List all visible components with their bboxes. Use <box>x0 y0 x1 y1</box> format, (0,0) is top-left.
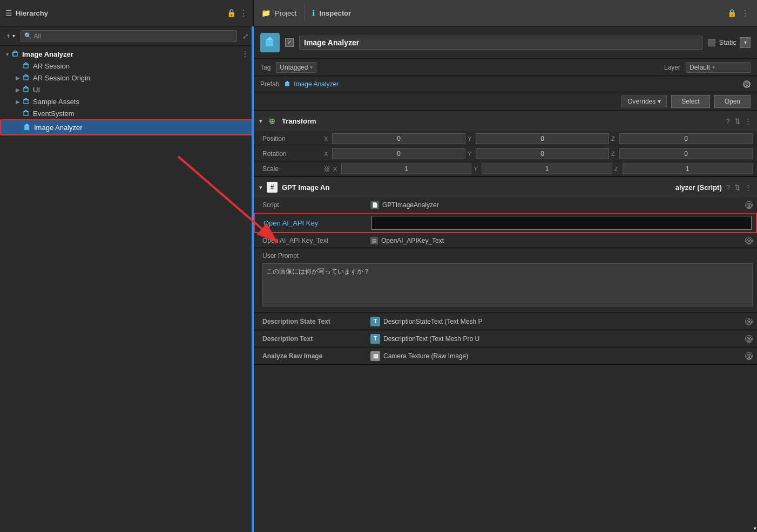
project-tab-label: Project <box>275 9 296 17</box>
scale-y-input[interactable] <box>482 163 612 174</box>
tree-item-ar-session-origin[interactable]: ▶ AR Session Origin <box>0 72 253 84</box>
image-analyzer-label: Image Analyzer <box>34 124 83 132</box>
select-button[interactable]: Select <box>671 95 709 108</box>
gameobject-icon: ▾ <box>260 33 280 52</box>
pos-x-input[interactable] <box>332 133 465 144</box>
inspector-more-icon[interactable]: ⋮ <box>741 8 749 18</box>
ui-icon <box>22 85 30 94</box>
svg-rect-0 <box>13 52 17 56</box>
tag-dropdown[interactable]: Untagged ▾ <box>276 62 316 73</box>
analyze-row: Analyze Raw Image ▤ Camera Texture (Raw … <box>254 347 757 365</box>
rot-x-input[interactable] <box>332 148 465 159</box>
transform-settings-icon[interactable]: ⇅ <box>734 117 740 125</box>
static-section: Static ▾ <box>708 37 751 48</box>
scale-z-input[interactable] <box>623 163 753 174</box>
script-select-icon[interactable]: ◎ <box>745 201 753 209</box>
script-value-text: GPTImageAnalyzer <box>382 201 439 209</box>
api-key-row: Open AI_API Key <box>254 213 757 233</box>
ar-origin-expand[interactable]: ▶ <box>14 74 22 81</box>
svg-marker-1 <box>13 51 17 52</box>
script-component-header[interactable]: ▾ # GPT Image An alyzer (Script) ? ⇅ ⋮ <box>254 177 757 197</box>
sample-label: Sample Assets <box>33 98 79 106</box>
prefab-value-text: Image Analyzer <box>294 80 339 88</box>
rot-z-input[interactable] <box>619 148 753 159</box>
script-more-icon[interactable]: ⋮ <box>745 183 752 192</box>
search-box[interactable]: 🔍 All <box>21 30 237 42</box>
svg-rect-21 <box>285 83 289 86</box>
tree-item-eventsystem[interactable]: EventSystem <box>0 107 253 119</box>
static-dropdown[interactable]: ▾ <box>740 37 751 48</box>
hierarchy-panel: + ▾ 🔍 All ⤢ ▾ Image An <box>0 26 254 532</box>
hierarchy-tab[interactable]: ☰ Hierarchy 🔒 ⋮ <box>0 0 254 26</box>
event-expand <box>14 110 22 117</box>
layer-dropdown[interactable]: Default ▾ <box>686 62 751 73</box>
inspector-tab[interactable]: 📁 Project ℹ Inspector 🔒 ⋮ <box>254 0 757 26</box>
rotation-values: X Y Z <box>324 146 757 161</box>
svg-rect-18 <box>266 40 273 46</box>
ar-session-expand <box>14 62 22 70</box>
transform-header[interactable]: ▾ ⊕ Transform ? ⇅ ⋮ <box>254 111 757 131</box>
static-checkbox[interactable] <box>708 39 715 46</box>
user-prompt-label: User Prompt <box>262 252 370 260</box>
svg-marker-10 <box>24 98 28 100</box>
transform-more-icon[interactable]: ⋮ <box>745 117 752 125</box>
gameobject-name-input[interactable] <box>299 36 702 50</box>
root-cube-icon <box>11 50 19 58</box>
tree-item-root[interactable]: ▾ Image Analyzer ⋮ <box>0 48 253 60</box>
root-more-icon[interactable]: ⋮ <box>241 50 249 58</box>
analyze-select-icon[interactable]: ◎ <box>745 352 753 360</box>
rot-z-label: Z <box>611 151 618 157</box>
svg-marker-12 <box>24 110 28 112</box>
tree-item-image-analyzer[interactable]: Image Analyzer <box>0 119 253 135</box>
tree-item-ar-session[interactable]: AR Session <box>0 60 253 72</box>
script-component: ▾ # GPT Image An alyzer (Script) ? ⇅ ⋮ S… <box>254 177 757 365</box>
pos-y-label: Y <box>468 135 474 142</box>
rot-y-input[interactable] <box>476 148 609 159</box>
project-tab-icon: 📁 <box>261 9 271 17</box>
script-hash-icon: # <box>267 182 278 193</box>
layer-arrow-icon: ▾ <box>712 64 715 70</box>
tree-item-ui[interactable]: ▶ UI <box>0 84 253 96</box>
api-text-select-icon[interactable]: ◎ <box>745 237 753 244</box>
hierarchy-more-icon[interactable]: ⋮ <box>239 8 248 18</box>
pos-z-input[interactable] <box>619 133 753 144</box>
open-button[interactable]: Open <box>714 95 751 108</box>
svg-rect-5 <box>24 76 28 80</box>
transform-grid: Position X Y Z Rotation <box>254 131 757 176</box>
inspector-lock-icon: 🔒 <box>727 9 736 17</box>
overrides-arrow-icon: ▾ <box>658 98 661 105</box>
desc-text-row: Description Text T DescriptionText (Text… <box>254 330 757 347</box>
desc-text-select-icon[interactable]: ◎ <box>745 335 753 343</box>
transform-help-icon[interactable]: ? <box>726 117 730 125</box>
ui-expand[interactable]: ▶ <box>14 86 22 93</box>
static-label: Static <box>719 38 736 46</box>
api-key-input[interactable] <box>371 216 752 230</box>
desc-text-label: Description Text <box>262 335 370 343</box>
inspector-tab-icon: ℹ <box>312 9 315 17</box>
prefab-cube-icon <box>283 80 291 88</box>
pos-y-input[interactable] <box>476 133 609 144</box>
rot-x-label: X <box>324 151 330 157</box>
gameobject-enable-check[interactable]: ✓ <box>285 38 294 47</box>
user-prompt-section: User Prompt この画像には何が写っていますか？ <box>254 248 757 313</box>
script-settings-icon[interactable]: ⇅ <box>734 183 740 192</box>
transform-header-icons: ? ⇅ ⋮ <box>726 117 752 125</box>
script-expand-icon: ▾ <box>259 184 262 191</box>
script-help-icon[interactable]: ? <box>726 183 730 192</box>
scale-y-label: Y <box>474 166 480 172</box>
add-button[interactable]: + ▾ <box>4 31 17 41</box>
user-prompt-textarea[interactable]: この画像には何が写っていますか？ <box>262 263 753 306</box>
root-expand-icon[interactable]: ▾ <box>3 50 11 58</box>
scale-values: ⛓ X Y Z <box>324 161 757 176</box>
transform-icon: ⊕ <box>267 115 278 126</box>
scale-x-input[interactable] <box>341 163 471 174</box>
desc-state-select-icon[interactable]: ◎ <box>745 318 753 325</box>
search-expand-icon[interactable]: ⤢ <box>242 32 249 40</box>
overrides-button[interactable]: Overrides ▾ <box>621 96 667 107</box>
transform-component: ▾ ⊕ Transform ? ⇅ ⋮ Position X <box>254 111 757 177</box>
root-label: Image Analyzer <box>22 50 73 58</box>
sample-expand[interactable]: ▶ <box>14 98 22 105</box>
prefab-select-icon[interactable]: ◎ <box>743 80 751 88</box>
tree-item-sample-assets[interactable]: ▶ Sample Assets <box>0 96 253 107</box>
dropdown-icon: ▾ <box>12 33 15 39</box>
